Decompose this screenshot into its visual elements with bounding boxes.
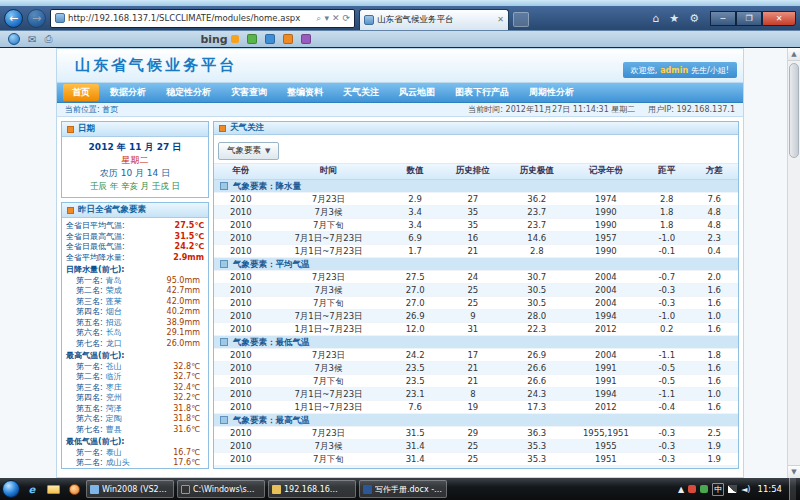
group-collapse-icon[interactable] bbox=[220, 260, 228, 268]
station-link[interactable]: 枣庄 bbox=[106, 383, 122, 394]
toolbar-icon-blue[interactable] bbox=[265, 34, 275, 44]
network-icon[interactable] bbox=[728, 485, 737, 493]
search-icon[interactable]: ⌕ bbox=[316, 13, 321, 24]
explorer-taskbar-icon[interactable] bbox=[44, 481, 62, 497]
start-button[interactable] bbox=[2, 480, 20, 498]
table-row[interactable]: 20107月23日27.52430.72004-0.72.0 bbox=[214, 270, 738, 283]
station-link[interactable]: 青岛 bbox=[106, 276, 122, 287]
scroll-up-arrow[interactable]: ▲ bbox=[788, 48, 800, 61]
station-link[interactable]: 招远 bbox=[106, 318, 122, 329]
station-link[interactable]: 烟台 bbox=[106, 307, 122, 318]
nav-item-3[interactable]: 灾害查询 bbox=[222, 84, 276, 101]
ranking-item: 第六名:长岛29.1mm bbox=[66, 328, 204, 339]
station-link[interactable]: 苍山 bbox=[106, 362, 122, 373]
table-group-row[interactable]: 气象要素：最低气温 bbox=[214, 335, 738, 348]
table-group-row[interactable]: 气象要素：平均气温 bbox=[214, 257, 738, 270]
nav-item-2[interactable]: 稳定性分析 bbox=[157, 84, 220, 101]
table-row[interactable]: 20101月1日~7月23日7.61917.32012-0.41.6 bbox=[214, 400, 738, 413]
dropdown-arrow-icon[interactable]: ▾ bbox=[324, 13, 329, 23]
maximize-button[interactable]: ❐ bbox=[736, 11, 762, 26]
new-tab-button[interactable] bbox=[513, 12, 529, 27]
forward-button[interactable]: → bbox=[27, 9, 46, 28]
table-row[interactable]: 20107月下旬31.42535.31951-0.31.9 bbox=[214, 452, 738, 465]
nav-item-8[interactable]: 周期性分析 bbox=[520, 84, 583, 101]
table-row[interactable]: 20107月23日24.21726.92004-1.11.8 bbox=[214, 348, 738, 361]
toolbar-icon-orange[interactable] bbox=[283, 34, 293, 44]
home-icon[interactable]: ⌂ bbox=[649, 12, 662, 25]
taskbar-item-0[interactable]: Win2008 (VS2… bbox=[86, 480, 174, 498]
group-collapse-icon[interactable] bbox=[220, 338, 228, 346]
language-indicator[interactable]: 中 bbox=[712, 483, 724, 496]
station-link[interactable]: 荣成 bbox=[106, 286, 122, 297]
station-link[interactable]: 长岛 bbox=[106, 469, 122, 470]
table-row[interactable]: 20107月3候23.52126.61991-0.51.6 bbox=[214, 361, 738, 374]
quick-launch-icon[interactable] bbox=[8, 33, 20, 45]
stop-icon[interactable]: ✕ bbox=[332, 13, 340, 23]
print-icon[interactable]: ⎙ bbox=[44, 33, 52, 45]
tray-expand-icon[interactable]: ▲ bbox=[678, 485, 684, 494]
nav-item-0[interactable]: 首页 bbox=[63, 84, 99, 101]
station-link[interactable]: 龙口 bbox=[106, 339, 122, 350]
tab-close-icon[interactable]: ✕ bbox=[497, 15, 504, 24]
ie-taskbar-icon[interactable]: e bbox=[23, 481, 41, 497]
station-link[interactable]: 菏泽 bbox=[106, 404, 122, 415]
toolbar-icon-green[interactable] bbox=[247, 34, 257, 44]
url-text[interactable]: http://192.168.137.1/SLCCLIMATE/modules/… bbox=[68, 13, 313, 23]
settings-gear-icon[interactable]: ⚙ bbox=[686, 12, 702, 25]
station-link[interactable]: 兖州 bbox=[106, 393, 122, 404]
tray-app-icon-green[interactable] bbox=[700, 485, 708, 493]
station-link[interactable]: 长岛 bbox=[106, 328, 122, 339]
station-link[interactable]: 临沂 bbox=[106, 372, 122, 383]
taskbar-item-1[interactable]: C:\Windows\s… bbox=[177, 480, 265, 498]
nav-item-6[interactable]: 风云地图 bbox=[390, 84, 444, 101]
group-collapse-icon[interactable] bbox=[220, 416, 228, 424]
toolbar-icon-purple[interactable] bbox=[301, 34, 311, 44]
table-row[interactable]: 20107月3候27.02530.52004-0.31.6 bbox=[214, 283, 738, 296]
table-row[interactable]: 20101月1日~7月23日12.03122.320120.21.6 bbox=[214, 322, 738, 335]
table-row[interactable]: 20107月1日~7月23日6.91614.61957-1.02.3 bbox=[214, 231, 738, 244]
station-link[interactable]: 曹县 bbox=[106, 425, 122, 436]
back-button[interactable]: ← bbox=[4, 9, 23, 28]
nav-item-1[interactable]: 数据分析 bbox=[101, 84, 155, 101]
table-row[interactable]: 20107月23日2.92736.219742.87.6 bbox=[214, 192, 738, 205]
mail-icon[interactable]: ✉ bbox=[28, 34, 36, 45]
favorites-star-icon[interactable]: ★ bbox=[666, 12, 682, 25]
scrollbar-thumb[interactable] bbox=[789, 63, 799, 158]
scroll-down-arrow[interactable]: ▼ bbox=[788, 465, 800, 478]
minimize-button[interactable]: ─ bbox=[710, 11, 736, 26]
nav-item-4[interactable]: 整编资料 bbox=[278, 84, 332, 101]
media-player-taskbar-icon[interactable] bbox=[65, 481, 83, 497]
table-row[interactable]: 20107月1日~7月23日26.9928.01994-1.01.0 bbox=[214, 309, 738, 322]
taskbar-clock[interactable]: 11:54 bbox=[755, 484, 786, 494]
element-filter-button[interactable]: 气象要素 ▼ bbox=[218, 142, 279, 160]
table-row[interactable]: 20107月下旬23.52126.61991-0.51.6 bbox=[214, 374, 738, 387]
table-row[interactable]: 20107月1日~7月23日23.1824.31994-1.11.0 bbox=[214, 387, 738, 400]
close-button[interactable]: ✕ bbox=[762, 11, 796, 26]
station-link[interactable]: 蓬莱 bbox=[106, 297, 122, 308]
table-group-row[interactable]: 气象要素：降水量 bbox=[214, 179, 738, 192]
vertical-scrollbar[interactable]: ▲ ▼ bbox=[787, 48, 800, 478]
table-group-row[interactable]: 气象要素：最高气温 bbox=[214, 413, 738, 426]
taskbar-item-2[interactable]: 192.168.16… bbox=[268, 480, 356, 498]
table-row[interactable]: 20107月1日~7月23日31.5933.01997-1.01.1 bbox=[214, 465, 738, 469]
bing-logo[interactable]: bing bbox=[200, 33, 227, 46]
table-row[interactable]: 20107月下旬3.43523.719901.84.8 bbox=[214, 218, 738, 231]
table-row[interactable]: 20101月1日~7月23日1.7212.81990-0.10.4 bbox=[214, 244, 738, 257]
table-row[interactable]: 20107月3候3.43523.719901.84.8 bbox=[214, 205, 738, 218]
refresh-icon[interactable]: ⟳ bbox=[342, 13, 350, 23]
station-link[interactable]: 成山头 bbox=[106, 458, 130, 469]
browser-tab[interactable]: 山东省气候业务平台 ✕ bbox=[359, 9, 509, 30]
volume-icon[interactable]: ◄) bbox=[741, 485, 750, 494]
show-desktop-button[interactable] bbox=[789, 478, 796, 500]
table-row[interactable]: 20107月下旬27.02530.52004-0.31.6 bbox=[214, 296, 738, 309]
table-row[interactable]: 20107月23日31.52936.31955,1951-0.32.5 bbox=[214, 426, 738, 439]
group-collapse-icon[interactable] bbox=[220, 182, 228, 190]
nav-item-7[interactable]: 图表下行产品 bbox=[446, 84, 518, 101]
table-row[interactable]: 20107月3候31.42535.31955-0.31.9 bbox=[214, 439, 738, 452]
tray-app-icon-red[interactable] bbox=[688, 485, 696, 493]
address-bar[interactable]: http://192.168.137.1/SLCCLIMATE/modules/… bbox=[50, 9, 355, 28]
station-link[interactable]: 泰山 bbox=[106, 448, 122, 459]
nav-item-5[interactable]: 天气关注 bbox=[334, 84, 388, 101]
taskbar-item-3[interactable]: 写作手册.docx -… bbox=[359, 480, 447, 498]
station-link[interactable]: 定陶 bbox=[106, 414, 122, 425]
